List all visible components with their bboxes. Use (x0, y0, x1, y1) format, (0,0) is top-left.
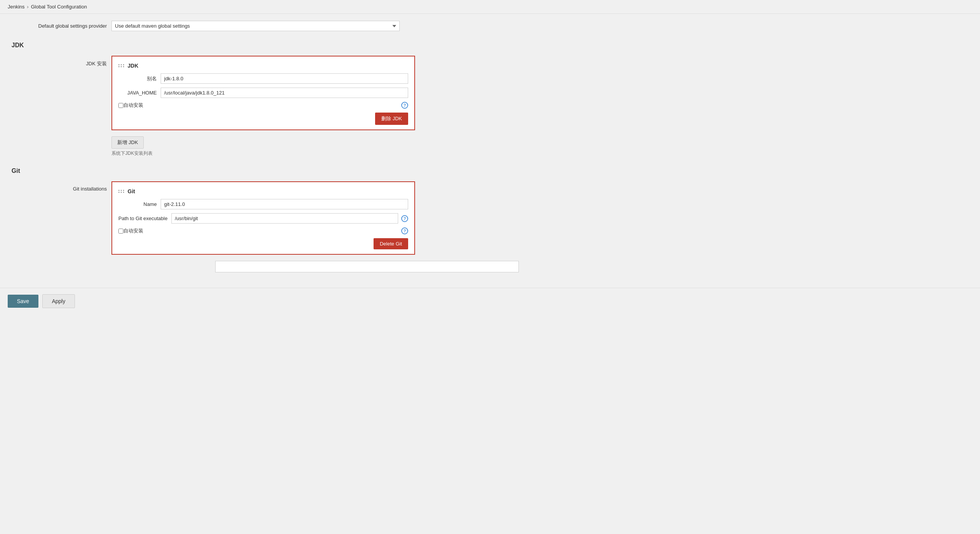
jdk-card: JDK 别名 JAVA_HOME 自动安装 ? (111, 56, 415, 130)
breadcrumb-current: Global Tool Configuration (31, 4, 87, 10)
jdk-hint-text: 系统下JDK安装列表 (111, 150, 153, 157)
add-jdk-button[interactable]: 新增 JDK (111, 136, 144, 149)
default-settings-row: Default global settings provider Use def… (8, 21, 972, 31)
default-settings-label: Default global settings provider (12, 23, 111, 29)
git-path-input[interactable] (171, 213, 398, 224)
jdk-auto-install-checkbox[interactable] (118, 103, 123, 108)
git-name-row: Name (118, 199, 408, 209)
git-path-help-icon[interactable]: ? (401, 215, 408, 222)
default-settings-select[interactable]: Use default maven global settings Settin… (111, 21, 400, 31)
git-name-label: Name (118, 201, 161, 207)
apply-button[interactable]: Apply (42, 294, 75, 308)
jdk-installation-row: JDK 安装 JDK 别名 JAVA_HOME (8, 56, 972, 130)
git-card-title: Git (128, 188, 135, 194)
jdk-auto-install-row: 自动安装 ? (118, 102, 408, 109)
git-card-footer: Delete Git (118, 238, 408, 249)
git-installation-row: Git installations Git Name Path to Git e… (8, 181, 972, 255)
git-card: Git Name Path to Git executable ? 自动安装 (111, 181, 415, 255)
delete-git-button[interactable]: Delete Git (374, 238, 408, 249)
jdk-installation-label: JDK 安装 (12, 56, 111, 67)
partial-card (215, 261, 519, 272)
breadcrumb-separator: › (27, 4, 28, 10)
jdk-alias-label: 别名 (118, 75, 161, 82)
jdk-section-header: JDK (8, 39, 972, 52)
add-jdk-row: 新增 JDK 系统下JDK安装列表 (111, 136, 972, 157)
git-auto-install-checkbox[interactable] (118, 229, 123, 234)
action-bar: Save Apply (0, 288, 980, 314)
jdk-card-header: JDK (118, 63, 408, 69)
jdk-home-input[interactable] (161, 88, 408, 98)
save-button[interactable]: Save (8, 295, 38, 308)
git-name-input[interactable] (161, 199, 408, 209)
jdk-home-label: JAVA_HOME (118, 90, 161, 96)
jdk-auto-install-label: 自动安装 (123, 102, 143, 109)
jdk-alias-input[interactable] (161, 73, 408, 84)
jdk-help-icon[interactable]: ? (401, 102, 408, 109)
drag-handle-git[interactable] (118, 190, 125, 193)
drag-handle-jdk[interactable] (118, 64, 125, 67)
jdk-checkbox-left: 自动安装 (118, 102, 143, 109)
git-auto-help-icon[interactable]: ? (401, 227, 408, 234)
jdk-card-title: JDK (128, 63, 138, 69)
jdk-alias-row: 别名 (118, 73, 408, 84)
git-card-header: Git (118, 188, 408, 194)
git-path-label: Path to Git executable (118, 216, 171, 221)
git-checkbox-left: 自动安装 (118, 227, 143, 234)
git-installation-label: Git installations (12, 181, 111, 192)
git-auto-install-row: 自动安装 ? (118, 227, 408, 234)
jdk-home-row: JAVA_HOME (118, 88, 408, 98)
breadcrumb-home[interactable]: Jenkins (8, 4, 25, 10)
git-path-row: Path to Git executable ? (118, 213, 408, 224)
git-add-row (111, 261, 972, 272)
git-auto-install-label: 自动安装 (123, 227, 143, 234)
main-content: Default global settings provider Use def… (0, 14, 980, 288)
git-path-with-help: ? (171, 213, 408, 224)
delete-jdk-button[interactable]: 删除 JDK (375, 113, 408, 125)
jdk-card-footer: 删除 JDK (118, 113, 408, 125)
git-section-header: Git (8, 164, 972, 177)
